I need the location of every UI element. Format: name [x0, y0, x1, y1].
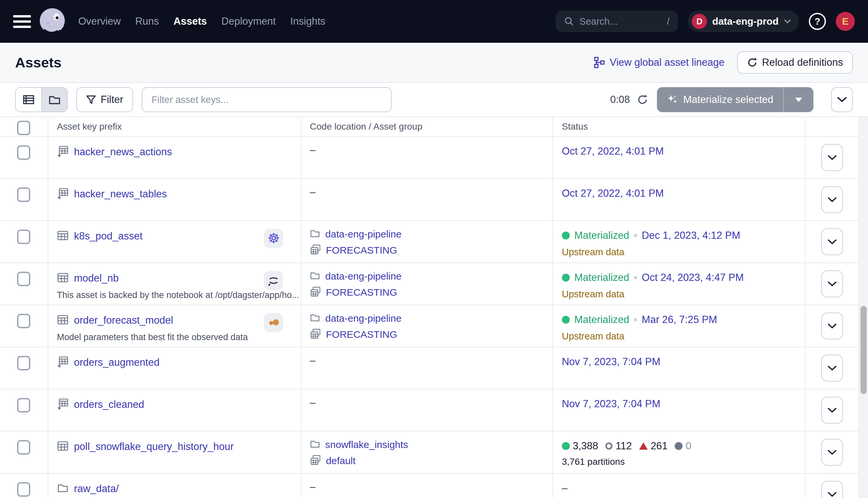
upstream-data-note: Upstream data [562, 331, 805, 342]
code-location-link[interactable]: data-eng-pipeline [325, 313, 401, 324]
failed-triangle-icon [639, 442, 648, 450]
folder-icon [57, 482, 69, 494]
asset-link[interactable]: hacker_news_actions [74, 146, 172, 158]
list-view-icon [23, 94, 35, 106]
empty-value: – [310, 397, 315, 408]
avatar[interactable]: E [836, 12, 855, 31]
row-expand-button[interactable] [821, 228, 843, 255]
partition-count-missing: 112 [605, 440, 632, 452]
asset-group-link[interactable]: default [326, 455, 356, 467]
directory-view-button[interactable] [41, 88, 67, 112]
row-checkbox[interactable] [17, 230, 30, 244]
vertical-scrollbar[interactable] [859, 117, 868, 498]
asset-description: Model parameters that best fit the obser… [57, 332, 274, 342]
asset-link[interactable]: model_nb [74, 272, 119, 284]
code-location-link[interactable]: data-eng-pipeline [325, 271, 401, 282]
row-expand-button[interactable] [821, 186, 843, 213]
asset-group-link[interactable]: FORECASTING [326, 287, 397, 298]
reload-icon [747, 57, 758, 68]
row-expand-button[interactable] [821, 271, 843, 297]
row-checkbox[interactable] [17, 314, 30, 328]
asset-link[interactable]: poll_snowflake_query_history_hour [74, 441, 234, 453]
table-row: orders_augmented – Nov 7, 2023, 7:04 PM [0, 348, 858, 390]
row-checkbox[interactable] [17, 145, 30, 160]
scrollbar-thumb[interactable] [860, 306, 867, 394]
table-icon [57, 272, 69, 285]
materialize-dropdown-button[interactable] [783, 87, 813, 112]
main-nav: Overview Runs Assets Deployment Insights [78, 15, 325, 27]
materialization-date-link[interactable]: Nov 7, 2023, 7:04 PM [562, 398, 660, 409]
menu-icon[interactable] [13, 15, 31, 28]
global-search[interactable]: / [556, 11, 678, 32]
row-checkbox[interactable] [17, 187, 30, 202]
chevron-down-icon [837, 97, 847, 103]
partition-count-materializing: 0 [675, 440, 691, 452]
separator-dot [634, 234, 637, 237]
reload-definitions-button[interactable]: Reload definitions [737, 51, 853, 74]
empty-value: – [310, 144, 315, 156]
filter-asset-keys-input[interactable] [142, 87, 391, 112]
empty-value: – [310, 481, 315, 493]
asset-group-icon [310, 455, 321, 467]
nav-item-runs[interactable]: Runs [135, 15, 159, 27]
nav-item-assets[interactable]: Assets [174, 15, 207, 27]
materialization-date-link[interactable]: Oct 24, 2023, 4:47 PM [642, 272, 744, 284]
view-global-asset-lineage-link[interactable]: View global asset lineage [594, 56, 724, 68]
folder-icon [310, 228, 320, 240]
nav-item-insights[interactable]: Insights [290, 15, 325, 27]
materialization-date-link[interactable]: Mar 26, 7:25 PM [642, 314, 717, 326]
deployment-switcher[interactable]: D data-eng-prod [688, 11, 799, 32]
row-expand-button[interactable] [821, 313, 843, 339]
materialized-label: Materialized [574, 314, 629, 326]
materialization-date-link[interactable]: Dec 1, 2023, 4:12 PM [642, 230, 740, 241]
table-row: raw_data/ – – [0, 474, 858, 498]
row-expand-button[interactable] [821, 397, 843, 424]
deployment-name: data-eng-prod [712, 16, 778, 27]
materialization-date-link[interactable]: Nov 7, 2023, 7:04 PM [562, 356, 660, 367]
table-prefix-icon [57, 356, 69, 369]
filter-button[interactable]: Filter [76, 87, 133, 112]
folder-icon [310, 228, 320, 239]
search-input[interactable] [579, 16, 662, 27]
asset-group-link[interactable]: FORECASTING [326, 245, 397, 256]
nav-item-overview[interactable]: Overview [78, 15, 121, 27]
row-checkbox[interactable] [17, 398, 30, 412]
materialize-selected-button[interactable]: Materialize selected [657, 87, 813, 112]
row-checkbox[interactable] [17, 440, 30, 455]
asset-group-icon [310, 286, 321, 297]
materialized-dot-icon [562, 232, 570, 239]
nav-item-deployment[interactable]: Deployment [221, 15, 276, 27]
folder-icon [310, 313, 320, 323]
asset-link[interactable]: orders_augmented [74, 356, 159, 368]
asset-link[interactable]: k8s_pod_asset [74, 230, 143, 242]
row-checkbox[interactable] [17, 272, 30, 286]
materialization-date-link[interactable]: Oct 27, 2022, 4:01 PM [562, 145, 664, 157]
materialization-date-link[interactable]: Oct 27, 2022, 4:01 PM [562, 187, 664, 199]
asset-link[interactable]: raw_data/ [74, 483, 119, 495]
row-expand-button[interactable] [821, 439, 843, 466]
assets-toolbar: Filter 0:08 Materialize selected [0, 83, 868, 117]
row-checkbox[interactable] [17, 482, 30, 497]
row-expand-button[interactable] [821, 355, 843, 382]
materialized-label: Materialized [574, 272, 629, 284]
code-location-link[interactable]: data-eng-pipeline [325, 228, 401, 240]
flat-view-button[interactable] [16, 88, 41, 112]
asset-group-link[interactable]: FORECASTING [326, 329, 397, 340]
empty-value: – [562, 482, 567, 494]
row-expand-button[interactable] [821, 481, 843, 498]
row-checkbox[interactable] [17, 356, 30, 370]
empty-value: – [310, 355, 315, 366]
asset-link[interactable]: orders_cleaned [74, 399, 144, 410]
asset-link[interactable]: order_forecast_model [74, 314, 173, 326]
sparkles-icon [667, 94, 678, 105]
select-all-checkbox[interactable] [17, 121, 30, 135]
row-expand-button[interactable] [821, 144, 843, 171]
asset-link[interactable]: hacker_news_tables [74, 188, 167, 200]
help-icon[interactable]: ? [809, 13, 826, 30]
code-location-link[interactable]: snowflake_insights [325, 439, 408, 450]
asset-group-icon [310, 286, 321, 299]
toolbar-chevron-button[interactable] [831, 87, 853, 112]
refresh-icon[interactable] [637, 94, 649, 106]
chevron-down-icon [828, 155, 837, 160]
lineage-icon [594, 57, 605, 68]
